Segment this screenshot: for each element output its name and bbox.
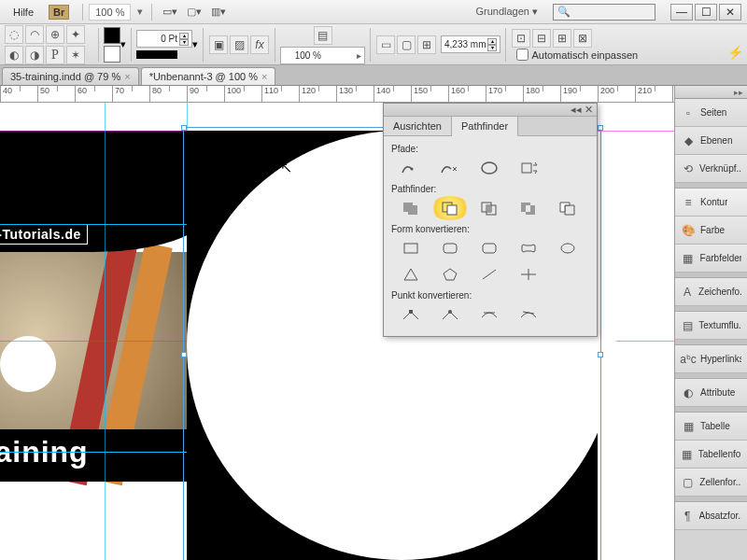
fx-icon[interactable]: fx	[250, 35, 269, 54]
dock-panel-item[interactable]: ⟲Verknüpf...	[675, 155, 747, 183]
align-icon[interactable]: ⊠	[573, 29, 592, 48]
pathfinder-intersect-icon[interactable]	[470, 196, 509, 220]
opacity-field[interactable]: 100 %▸	[280, 47, 365, 64]
dock-panel-item[interactable]: ◆Ebenen	[675, 127, 747, 155]
align-icon[interactable]: ⊟	[532, 29, 551, 48]
convert-rounded-icon[interactable]	[430, 236, 470, 260]
dock-collapse-button[interactable]: ▸▸	[675, 86, 747, 99]
effects-icon[interactable]: ▣	[209, 35, 228, 54]
canvas-area[interactable]: PSD-Tutorials.de n-Training ↖ ◂◂ ✕ Aus	[0, 103, 674, 560]
panel-label: Ebenen	[700, 135, 732, 146]
dock-panel-item[interactable]: ◐Attribute	[675, 379, 747, 407]
dock-panel-item[interactable]: ≡Kontur	[675, 189, 747, 217]
tool-icon[interactable]: ✶	[66, 46, 85, 64]
convert-rect-icon[interactable]	[391, 236, 430, 260]
ruler-tick: 50	[37, 86, 75, 102]
auto-fit-checkbox[interactable]: Automatisch einpassen	[516, 49, 638, 61]
workspace-switcher[interactable]: Grundlagen ▾	[468, 4, 545, 20]
fit-frame-icon[interactable]: ▭	[376, 35, 395, 54]
search-field[interactable]: 🔍	[553, 4, 655, 21]
path-join-icon[interactable]	[391, 156, 430, 180]
stroke-dropdown-icon[interactable]: ▾	[192, 38, 198, 50]
pathfinder-subtract-icon[interactable]	[430, 196, 470, 220]
dock-panel-item[interactable]: ▦Farbfelder	[675, 245, 747, 273]
document-tab[interactable]: 35-training.indd @ 79 %×	[2, 67, 139, 85]
panel-label: Seiten	[700, 107, 726, 118]
tool-icon[interactable]: ◑	[25, 46, 44, 64]
pathfinder-add-icon[interactable]	[391, 196, 430, 220]
zoom-dropdown-icon[interactable]: ▾	[134, 6, 146, 18]
convert-polygon-icon[interactable]	[430, 262, 470, 287]
align-icon[interactable]: ⊡	[512, 29, 530, 48]
tool-icon[interactable]: ◌	[5, 25, 23, 44]
swatch-dropdown-icon[interactable]: ▾	[120, 38, 126, 50]
dock-panel-item[interactable]: AZeichenfo...	[675, 278, 747, 306]
close-icon[interactable]: ×	[124, 71, 130, 82]
zoom-field[interactable]: 100 %	[89, 4, 131, 21]
convert-hline-icon[interactable]	[509, 262, 548, 287]
pathfinder-panel: ◂◂ ✕ Ausrichten Pathfinder Pfade: Pathfi…	[383, 103, 598, 337]
close-button[interactable]: ✕	[719, 4, 741, 21]
minimize-button[interactable]: —	[670, 4, 693, 21]
path-close-icon[interactable]	[470, 156, 509, 180]
tab-ausrichten[interactable]: Ausrichten	[384, 117, 452, 135]
document-tab[interactable]: *Unbenannt-3 @ 100 %×	[141, 67, 276, 85]
dock-panel-item[interactable]: ▦Tabelle	[675, 413, 747, 441]
tool-icon[interactable]: ⊕	[46, 25, 64, 44]
dock-panel-item[interactable]: ▦Tabellenfo...	[675, 441, 747, 469]
dock-panel-item[interactable]: ▢Zellenfor...	[675, 469, 747, 497]
convert-ellipse-icon[interactable]	[548, 236, 587, 260]
tool-icon[interactable]: ✦	[66, 25, 85, 44]
tab-pathfinder[interactable]: Pathfinder	[452, 117, 518, 136]
wrap-icon[interactable]: ▤	[314, 26, 332, 45]
svg-line-22	[523, 312, 534, 314]
point-plain-icon[interactable]	[391, 302, 430, 327]
tool-icon[interactable]: ◐	[5, 46, 23, 64]
close-icon[interactable]: ×	[261, 71, 267, 82]
lightning-icon[interactable]: ⚡	[727, 45, 743, 60]
convert-line-icon[interactable]	[470, 262, 509, 287]
tool-icon[interactable]: ◠	[25, 25, 44, 44]
pathfinder-minus-back-icon[interactable]	[548, 196, 587, 220]
bridge-button[interactable]: Br	[49, 5, 69, 20]
ref-size-field[interactable]: 4,233 mm▴▾	[441, 35, 500, 53]
convert-inverse-icon[interactable]	[509, 236, 548, 260]
panel-label: Textumflu...	[698, 320, 741, 330]
maximize-button[interactable]: ☐	[695, 4, 717, 21]
align-icon[interactable]: ⊞	[553, 29, 571, 48]
control-bar: ◌ ◠ ⊕ ✦ ◐ ◑ P ✶ ▾ 0 Pt ▴▾ ▾ ▣ ▨ fx ▤ 100…	[0, 24, 747, 65]
ruler-tick: 100	[224, 86, 261, 102]
drop-shadow-icon[interactable]: ▨	[230, 35, 248, 54]
panel-icon: A	[681, 285, 694, 300]
stroke-weight-field[interactable]: 0 Pt ▴▾	[136, 30, 192, 48]
menu-bar: Hilfe Br 100 % ▾ ▭▾ ▢▾ ▥▾ Grundlagen ▾ 🔍…	[0, 0, 747, 24]
dock-panel-item[interactable]: ▫Seiten	[675, 99, 747, 127]
ruler-tick: 60	[75, 86, 112, 102]
dock-panel-item[interactable]: aᵇcHyperlinks	[675, 345, 747, 373]
frame-fitting-icon[interactable]: ⊞	[417, 35, 436, 54]
path-open-icon[interactable]	[430, 156, 470, 180]
point-smooth-icon[interactable]	[470, 302, 509, 327]
fit-content-icon[interactable]: ▢	[397, 35, 416, 54]
panel-header[interactable]: ◂◂ ✕	[384, 104, 597, 117]
stroke-swatch[interactable]	[104, 46, 120, 63]
menu-help[interactable]: Hilfe	[6, 5, 41, 20]
arrange-docs-icon[interactable]: ▥▾	[208, 3, 229, 21]
tool-p-icon[interactable]: P	[46, 46, 64, 64]
convert-beveled-icon[interactable]	[470, 236, 509, 260]
window-controls: — ☐ ✕	[670, 4, 741, 21]
svg-point-1	[482, 162, 497, 174]
pathfinder-exclude-icon[interactable]	[509, 196, 548, 220]
fill-swatch[interactable]	[104, 27, 120, 44]
dock-panel-item[interactable]: 🎨Farbe	[675, 217, 747, 245]
svg-rect-9	[486, 205, 491, 212]
point-corner-icon[interactable]	[430, 302, 470, 327]
dock-panel-item[interactable]: ¶Absatzfor...	[675, 502, 747, 530]
path-reverse-icon[interactable]	[509, 156, 548, 180]
dock-panel-item[interactable]: ▤Textumflu...	[675, 312, 747, 340]
screen-mode-icon[interactable]: ▢▾	[184, 3, 204, 21]
convert-triangle-icon[interactable]	[391, 262, 430, 287]
view-options-icon[interactable]: ▭▾	[160, 3, 180, 21]
svg-rect-6	[447, 205, 457, 215]
point-symmetric-icon[interactable]	[509, 302, 548, 327]
